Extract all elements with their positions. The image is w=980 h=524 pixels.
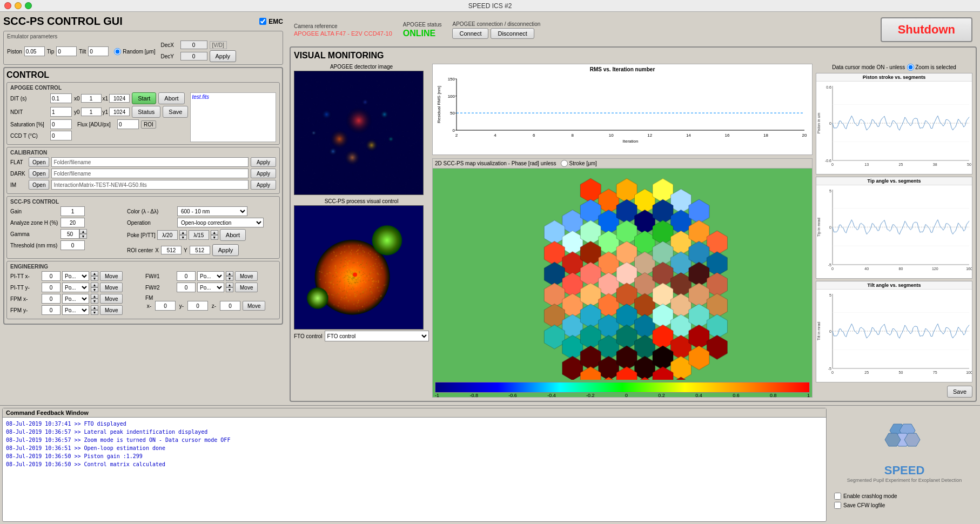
abort-button-apogee[interactable]: Abort [158, 92, 184, 104]
fm-move-button[interactable]: Move [243, 301, 265, 311]
dit-input[interactable] [50, 93, 72, 103]
fpm-x-down[interactable]: ▼ [91, 299, 98, 304]
fw1-input[interactable] [177, 271, 196, 281]
ndit-input[interactable] [50, 107, 72, 117]
y1-input[interactable] [109, 108, 130, 116]
fw1-pos-select[interactable]: Po... [197, 271, 224, 281]
fw1-up[interactable]: ▲ [226, 271, 233, 276]
emc-checkbox[interactable] [259, 18, 266, 25]
roi-y-input[interactable] [190, 246, 210, 254]
fpm-y-input[interactable] [42, 305, 61, 315]
start-button[interactable]: Start [132, 92, 156, 104]
status-button[interactable]: Status [132, 106, 160, 118]
map-2d-label: 2D SCC-PS map visualization - Phase [rad… [433, 159, 812, 169]
gamma-up[interactable]: ▲ [79, 229, 87, 234]
pitt-y-pos-select[interactable]: Po... [62, 283, 89, 292]
pitt-x-up[interactable]: ▲ [91, 271, 98, 276]
flat-apply-button[interactable]: Apply [251, 157, 276, 167]
poke-input-1[interactable] [157, 230, 178, 240]
cfw-checkbox[interactable] [834, 502, 841, 509]
stroke-option: Stroke [μm] [561, 160, 597, 167]
gain-input[interactable] [61, 206, 85, 216]
fpm-x-pos-select[interactable]: Po... [62, 294, 89, 304]
dark-folder-input[interactable] [51, 169, 249, 178]
decy-input[interactable] [180, 52, 207, 61]
pitt-x-input[interactable] [42, 271, 61, 281]
pitt-x-pos-select[interactable]: Po... [62, 271, 89, 281]
fpm-y-down[interactable]: ▼ [91, 310, 98, 315]
fm-z-input[interactable] [220, 301, 240, 311]
disconnect-button[interactable]: Disconnect [491, 28, 534, 39]
pitt-y-down[interactable]: ▼ [91, 287, 98, 292]
pitt-y-input[interactable] [42, 283, 61, 292]
sccps-abort-button[interactable]: Abort [220, 229, 246, 241]
poke2-up[interactable]: ▲ [211, 230, 218, 235]
fw1-down[interactable]: ▼ [226, 276, 233, 281]
x1-input[interactable] [109, 94, 130, 103]
vm-save-button[interactable]: Save [947, 386, 972, 398]
fpm-y-up[interactable]: ▲ [91, 305, 98, 310]
random-radio[interactable] [114, 48, 121, 55]
pitt-y-up[interactable]: ▲ [91, 283, 98, 287]
y0-input[interactable] [81, 108, 102, 116]
tilt-input[interactable] [88, 46, 109, 56]
poke1-up[interactable]: ▲ [179, 230, 187, 235]
shutdown-button[interactable]: Shutdown [881, 17, 972, 42]
window-controls[interactable] [4, 2, 32, 9]
pitt-x-move-button[interactable]: Move [100, 271, 123, 281]
piston-input[interactable] [24, 46, 45, 56]
close-button[interactable] [4, 2, 11, 9]
fw2-input[interactable] [177, 283, 196, 292]
analyze-h-input[interactable] [61, 218, 85, 227]
sccps-apply-button[interactable]: Apply [212, 244, 239, 256]
decx-input[interactable] [180, 41, 207, 49]
fpm-y-pos-select[interactable]: Po... [62, 305, 89, 315]
flat-folder-input[interactable] [51, 157, 249, 167]
color-select[interactable]: 600 - 10 nm [177, 206, 247, 216]
operation-select[interactable]: Open-loop correction [177, 218, 264, 227]
im-apply-button[interactable]: Apply [251, 180, 276, 190]
x0-input[interactable] [81, 94, 102, 103]
sat-input[interactable] [50, 119, 72, 129]
feedback-content[interactable]: 08-Jul-2019 10:37:41 >> FTO displayed08-… [3, 418, 826, 518]
threshold-input[interactable] [61, 240, 85, 250]
poke2-down[interactable]: ▼ [211, 235, 218, 240]
fm-x-input[interactable] [155, 301, 176, 311]
fpm-x-input[interactable] [42, 294, 61, 304]
roi-x-input[interactable] [161, 246, 182, 254]
flat-open-button[interactable]: Open [29, 157, 49, 167]
fm-y-input[interactable] [187, 301, 208, 311]
fw2-up[interactable]: ▲ [226, 283, 233, 287]
fw2-move-button[interactable]: Move [235, 283, 258, 292]
poke1-down[interactable]: ▼ [179, 235, 187, 240]
gamma-input[interactable] [61, 229, 79, 239]
fpm-x-up[interactable]: ▲ [91, 294, 98, 299]
emulator-apply-button[interactable]: Apply [210, 50, 237, 62]
fw1-move-button[interactable]: Move [235, 271, 258, 281]
crashlog-checkbox[interactable] [834, 493, 841, 500]
pitt-y-move-button[interactable]: Move [100, 283, 123, 292]
fpm-x-move-button[interactable]: Move [100, 294, 123, 304]
fw2-pos-select[interactable]: Po... [197, 283, 224, 292]
pitt-x-down[interactable]: ▼ [91, 276, 98, 281]
save-button-apogee[interactable]: Save [163, 106, 188, 118]
poke-input-2[interactable] [189, 230, 209, 240]
fw2-down[interactable]: ▼ [226, 287, 233, 292]
ccd-input[interactable] [50, 131, 72, 140]
zoom-radio[interactable] [907, 64, 914, 71]
gamma-down[interactable]: ▼ [79, 234, 87, 239]
fpm-y-move-button[interactable]: Move [100, 305, 123, 315]
tip-input[interactable] [56, 46, 77, 56]
im-open-button[interactable]: Open [29, 180, 49, 190]
stroke-radio[interactable] [561, 160, 568, 167]
dark-apply-button[interactable]: Apply [251, 169, 276, 178]
flux-input[interactable] [117, 119, 139, 129]
map-label-text: 2D SCC-PS map visualization - Phase [rad… [435, 160, 556, 166]
feedback-title: Command Feedback Window [3, 408, 826, 418]
fto-select[interactable]: FTO control [325, 331, 429, 341]
connect-button[interactable]: Connect [452, 28, 488, 39]
minimize-button[interactable] [15, 2, 22, 9]
im-folder-input[interactable] [51, 180, 249, 190]
maximize-button[interactable] [25, 2, 32, 9]
dark-open-button[interactable]: Open [29, 169, 49, 178]
